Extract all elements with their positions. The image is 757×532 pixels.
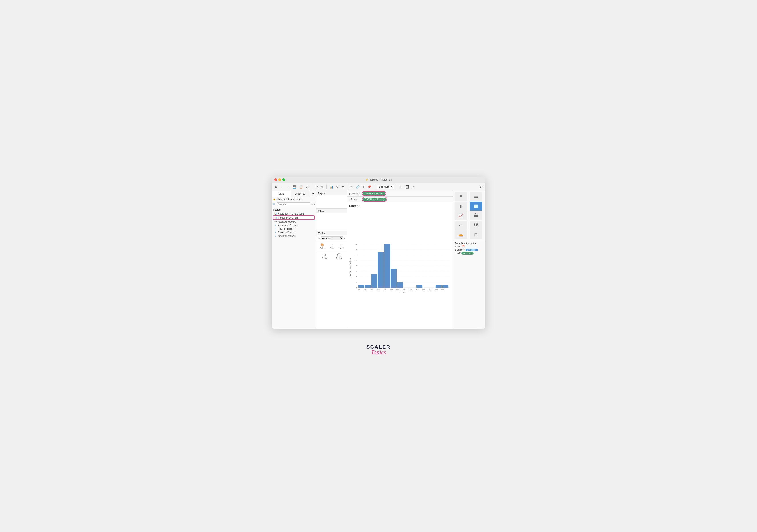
item-label-apt-rentals: Apartment Rentals	[278, 224, 298, 227]
branding: SCALER Topics	[367, 344, 390, 356]
color-button[interactable]: 🎨 Color	[318, 242, 326, 250]
list-view-icon[interactable]: ▾	[314, 203, 315, 206]
link-button[interactable]: 🔗	[355, 185, 360, 189]
maximize-button[interactable]	[282, 178, 285, 181]
window-title: ⚡ Tableau - Histogram	[365, 178, 392, 181]
left-panel: Data Analytics ▾ 🔒 Sheet1 (Histogram Dat…	[272, 191, 316, 328]
forward-button[interactable]: →	[286, 185, 290, 189]
svg-text:2200K: 2200K	[428, 289, 432, 290]
svg-text:2600K: 2600K	[441, 289, 444, 290]
chart-type-map[interactable]: 🗺	[470, 221, 482, 230]
detail-button[interactable]: ⬡ Detail	[318, 253, 331, 260]
workbook-name: Sheet1 (Histogram Data)	[277, 198, 301, 200]
swap-button[interactable]: ⇄	[341, 185, 345, 189]
list-item-house-prices-bin[interactable]: 📊 House Prices (bin)	[273, 215, 315, 220]
tooltip-button[interactable]: 💬 Tooltip	[332, 253, 346, 260]
fit-button[interactable]: ⊞	[399, 185, 403, 189]
zoom-button[interactable]: 🔲	[405, 185, 410, 189]
detail-icon: ⬡	[323, 253, 326, 257]
bar-chart-icon-2: 📊	[274, 216, 278, 219]
size-button[interactable]: ⊙ Size	[327, 242, 336, 250]
redo-button[interactable]: ↪	[320, 185, 324, 189]
chart-inner: 0 2 4 6 8 10 12	[353, 210, 451, 328]
chart-type-vbar[interactable]: ▮	[455, 202, 467, 210]
columns-pill[interactable]: House Prices (bin)	[363, 192, 385, 195]
filters-header: Filters	[316, 209, 347, 213]
svg-text:16: 16	[355, 243, 357, 244]
svg-text:800K: 800K	[384, 289, 386, 290]
svg-text:1000K: 1000K	[390, 289, 393, 290]
chart-type-area[interactable]: 🏔	[470, 211, 482, 220]
chart-type-pie[interactable]: 🥧	[455, 230, 467, 239]
list-item-measure-names[interactable]: Abc Measure Names	[273, 220, 315, 223]
tab-analytics[interactable]: Analytics	[291, 191, 310, 197]
item-label-house-prices-bin: House Prices (bin)	[278, 216, 298, 219]
item-label-house-prices: House Prices	[278, 227, 292, 230]
label-button[interactable]: T Label	[337, 242, 345, 250]
dimension-pill: Dimension	[466, 249, 478, 251]
grid-view-icon[interactable]: ⊞	[311, 203, 313, 206]
rows-label: ≡ Rows	[348, 198, 362, 201]
pencil-button[interactable]: ✏	[349, 185, 354, 189]
chart-type-hbar[interactable]: ▬	[470, 192, 482, 201]
rows-content: CNT(House Prices)	[362, 198, 453, 201]
chart-type-scatter[interactable]: ⋯	[455, 221, 467, 230]
bar-chart-icon: 📊	[274, 212, 277, 215]
svg-text:14: 14	[355, 249, 357, 250]
marks-type-dropdown[interactable]: Automatic Bar Line Area	[321, 236, 343, 240]
columns-icon: ⫿	[349, 192, 350, 195]
bar-13	[442, 285, 448, 288]
list-item-apt-rentals[interactable]: # Apartment Rentals	[273, 223, 315, 227]
svg-text:1600K: 1600K	[409, 289, 412, 290]
format-button[interactable]: T	[362, 185, 365, 189]
hash-icon-2: #	[274, 227, 277, 230]
duplicate-button[interactable]: ⧉	[336, 184, 339, 189]
svg-text:2: 2	[356, 281, 357, 283]
chart-type-grid: ≡ ▬ ▮ 📊 📈 🏔 ⋯ 🗺 🥧 ⊟	[453, 191, 485, 241]
save-button[interactable]: 💾	[292, 185, 297, 189]
close-button[interactable]	[274, 178, 277, 181]
bar-5	[390, 268, 397, 288]
gantt-row-1: 1 or more Dimension	[455, 249, 484, 251]
new-sheet-button[interactable]: 📊	[329, 185, 334, 189]
separator-4	[374, 184, 375, 189]
svg-text:6: 6	[356, 270, 357, 272]
list-item-house-prices[interactable]: # House Prices	[273, 227, 315, 231]
chart-type-histogram[interactable]: 📊	[470, 202, 482, 210]
marks-controls-grid: 🎨 Color ⊙ Size T Label	[316, 241, 347, 251]
print-button[interactable]: 🖨	[305, 185, 310, 189]
chart-wrapper: Count of House Prices 0 2	[349, 210, 451, 328]
svg-text:12: 12	[355, 254, 357, 255]
chart-type-text[interactable]: ≡	[455, 192, 467, 201]
tab-data[interactable]: Data	[272, 191, 291, 197]
undo-button[interactable]: ↩	[315, 185, 318, 189]
chart-type-gantt[interactable]: ⊟	[470, 230, 482, 239]
chart-type-line[interactable]: 📈	[455, 211, 467, 220]
title-bar: ⚡ Tableau - Histogram	[272, 177, 485, 183]
svg-text:1400K: 1400K	[403, 289, 406, 290]
list-item-sheet1-count[interactable]: # Sheet1 (Count)	[273, 231, 315, 234]
item-label-measure-names: Measure Names	[278, 220, 296, 223]
settings-button[interactable]: ⚙	[274, 185, 278, 189]
svg-text:400K: 400K	[371, 289, 373, 290]
minimize-button[interactable]	[278, 178, 281, 181]
panel-options-button[interactable]: ▾	[310, 191, 316, 197]
sheet-title: Sheet 2	[349, 204, 451, 208]
list-item[interactable]: 📊 Apartment Rentals (bin)	[273, 212, 315, 215]
svg-text:1800K: 1800K	[415, 289, 419, 290]
pin-button[interactable]: 📌	[367, 185, 372, 189]
rows-pill[interactable]: CNT(House Prices)	[363, 198, 386, 201]
back-button[interactable]: ←	[280, 185, 285, 189]
list-item-measure-values[interactable]: # Measure Values	[273, 234, 315, 238]
y-axis-label: Count of House Prices	[349, 258, 353, 278]
share-button[interactable]: ↗	[411, 185, 415, 189]
gantt-info: For a Gantt view try 1 date 📅 1 or more …	[453, 241, 485, 257]
svg-text:10: 10	[355, 260, 357, 261]
separator-1	[312, 184, 312, 189]
search-input[interactable]	[277, 202, 310, 206]
label-icon: T	[340, 243, 342, 246]
standard-dropdown[interactable]: Standard	[377, 184, 394, 189]
copy-button[interactable]: 📋	[298, 185, 304, 189]
bar-2	[371, 274, 378, 288]
rows-icon: ≡	[349, 198, 350, 201]
